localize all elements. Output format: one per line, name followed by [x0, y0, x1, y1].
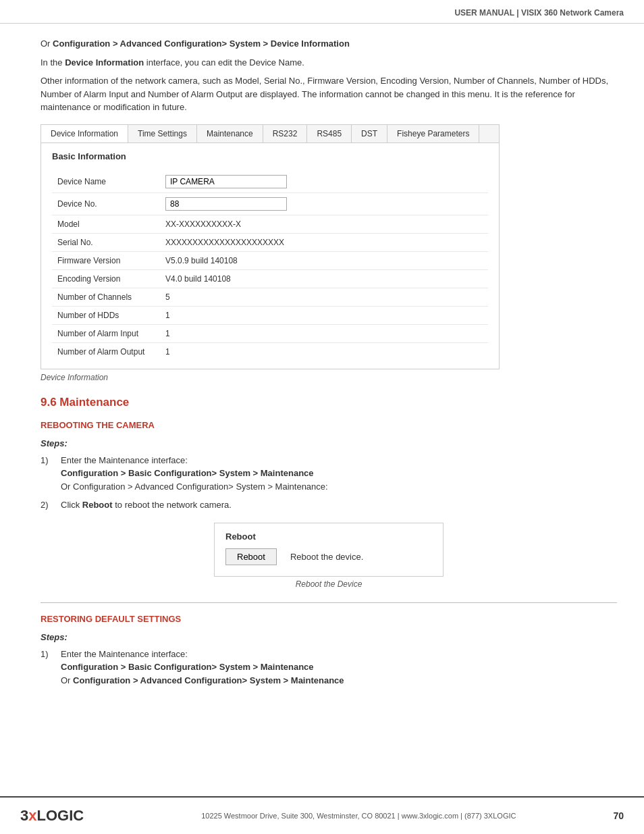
row-device-name: Device Name	[52, 171, 488, 193]
value-number-of-alarm-input: 1	[160, 325, 176, 342]
step-1-content: Enter the Maintenance interface: Configu…	[61, 454, 617, 494]
step-2-bold: Reboot	[82, 500, 113, 510]
footer-logo: 3xLOGIC	[20, 807, 84, 825]
row-number-of-channels: Number of Channels 5	[52, 288, 488, 307]
steps-list-1: 1) Enter the Maintenance interface: Conf…	[41, 454, 617, 512]
restore-step-1-pre: Enter the Maintenance interface:	[61, 649, 188, 659]
restore-step-1-path2-pre: Or	[61, 675, 73, 685]
tabs-row: Device Information Time Settings Mainten…	[41, 125, 499, 143]
label-number-of-alarm-output: Number of Alarm Output	[52, 343, 160, 361]
divider	[41, 602, 617, 603]
step-2-pre: Click	[61, 500, 82, 510]
device-info-table: Device Information Time Settings Mainten…	[41, 124, 500, 369]
row-number-of-alarm-output: Number of Alarm Output 1	[52, 343, 488, 361]
reboot-caption: Reboot the Device	[41, 579, 617, 589]
reboot-box-title: Reboot	[225, 531, 432, 542]
restore-step-1-path1: Configuration > Basic Configuration> Sys…	[61, 662, 314, 672]
value-number-of-hdds: 1	[160, 307, 176, 324]
label-number-of-hdds: Number of HDDs	[52, 307, 160, 324]
label-encoding-version: Encoding Version	[52, 270, 160, 288]
reboot-box-row: Reboot Reboot the device.	[225, 548, 432, 565]
intro-line2-post: interface, you can edit the Device Name.	[144, 57, 304, 68]
value-number-of-alarm-output: 1	[160, 343, 176, 361]
value-serial-no: XXXXXXXXXXXXXXXXXXXXXX	[160, 234, 290, 251]
footer-address: 10225 Westmoor Drive, Suite 300, Westmin…	[104, 812, 613, 820]
logo-x: x	[28, 807, 36, 824]
main-content: Or Configuration > Advanced Configuratio…	[0, 24, 644, 796]
subsection-restoring-title: RESTORING DEFAULT SETTINGS	[41, 614, 617, 624]
section-96-title: 9.6 Maintenance	[41, 396, 617, 409]
row-model: Model XX-XXXXXXXXXX-X	[52, 215, 488, 234]
label-device-name: Device Name	[52, 173, 160, 190]
input-device-no[interactable]	[165, 197, 287, 211]
row-serial-no: Serial No. XXXXXXXXXXXXXXXXXXXXXX	[52, 234, 488, 252]
tab-dst[interactable]: DST	[352, 125, 387, 142]
restore-step-1-num: 1)	[41, 648, 61, 661]
value-device-name	[160, 171, 292, 192]
intro-line1: Or Configuration > Advanced Configuratio…	[41, 37, 617, 51]
step-1-path2-post: Configuration > Advanced Configuration> …	[73, 481, 328, 492]
value-encoding-version: V4.0 build 140108	[160, 270, 236, 288]
reboot-button[interactable]: Reboot	[225, 548, 277, 565]
logo-post: LOGIC	[37, 807, 84, 824]
label-device-no: Device No.	[52, 195, 160, 213]
subsection-rebooting-title: REBOOTING THE CAMERA	[41, 420, 617, 430]
steps-label-2: Steps:	[41, 632, 617, 642]
tab-time-settings[interactable]: Time Settings	[128, 125, 197, 142]
steps-list-2: 1) Enter the Maintenance interface: Conf…	[41, 648, 617, 687]
input-device-name[interactable]	[165, 175, 287, 188]
label-number-of-alarm-input: Number of Alarm Input	[52, 325, 160, 342]
step-1-pre: Enter the Maintenance interface:	[61, 455, 188, 465]
intro-device-info-bold: Device Information	[65, 57, 144, 68]
restore-step-1-content: Enter the Maintenance interface: Configu…	[61, 648, 617, 687]
footer-page-number: 70	[613, 810, 624, 821]
reboot-desc: Reboot the device.	[290, 552, 363, 562]
steps-label-1: Steps:	[41, 438, 617, 448]
restore-step-1-path2-bold: Configuration > Advanced Configuration> …	[73, 675, 344, 685]
row-device-no: Device No.	[52, 193, 488, 215]
tab-fisheye-parameters[interactable]: Fisheye Parameters	[387, 125, 479, 142]
label-number-of-channels: Number of Channels	[52, 288, 160, 306]
step-2-post: to reboot the network camera.	[113, 500, 232, 510]
footer: 3xLOGIC 10225 Westmoor Drive, Suite 300,…	[0, 796, 644, 834]
restore-step-1: 1) Enter the Maintenance interface: Conf…	[41, 648, 617, 687]
row-encoding-version: Encoding Version V4.0 build 140108	[52, 270, 488, 288]
basic-information-header: Basic Information	[52, 151, 488, 164]
logo-pre: 3	[20, 807, 28, 824]
step-1-num: 1)	[41, 454, 61, 467]
tab-rs232[interactable]: RS232	[263, 125, 308, 142]
reboot-box: Reboot Reboot Reboot the device.	[214, 523, 444, 577]
step-2-content: Click Reboot to reboot the network camer…	[61, 498, 617, 512]
reboot-box-wrapper: Reboot Reboot Reboot the device.	[41, 523, 617, 577]
intro-path1: Configuration > Advanced Configuration> …	[53, 38, 350, 49]
tab-rs485[interactable]: RS485	[307, 125, 352, 142]
label-firmware-version: Firmware Version	[52, 252, 160, 269]
step-2: 2) Click Reboot to reboot the network ca…	[41, 498, 617, 512]
row-firmware-version: Firmware Version V5.0.9 build 140108	[52, 252, 488, 270]
value-model: XX-XXXXXXXXXX-X	[160, 215, 246, 233]
intro-line3: Other information of the network camera,…	[41, 74, 617, 114]
step-1: 1) Enter the Maintenance interface: Conf…	[41, 454, 617, 494]
step-1-path1: Configuration > Basic Configuration> Sys…	[61, 468, 314, 478]
header-text: USER MANUAL |	[454, 8, 520, 18]
row-number-of-alarm-input: Number of Alarm Input 1	[52, 325, 488, 343]
tab-maintenance[interactable]: Maintenance	[197, 125, 263, 142]
header-bold: VISIX 360 Network Camera	[521, 8, 624, 18]
value-number-of-channels: 5	[160, 288, 176, 306]
step-1-path2-pre: Or	[61, 481, 73, 492]
value-device-no	[160, 193, 292, 215]
value-firmware-version: V5.0.9 build 140108	[160, 252, 243, 269]
tab-device-information[interactable]: Device Information	[41, 125, 128, 142]
header-bar: USER MANUAL | VISIX 360 Network Camera	[0, 0, 644, 24]
label-serial-no: Serial No.	[52, 234, 160, 251]
table-content: Basic Information Device Name Device No.	[41, 143, 499, 369]
intro-line2: In the Device Information interface, you…	[41, 56, 617, 70]
label-model: Model	[52, 215, 160, 233]
page-wrapper: USER MANUAL | VISIX 360 Network Camera O…	[0, 0, 644, 834]
table-caption: Device Information	[41, 373, 617, 382]
step-2-num: 2)	[41, 498, 61, 512]
row-number-of-hdds: Number of HDDs 1	[52, 307, 488, 325]
